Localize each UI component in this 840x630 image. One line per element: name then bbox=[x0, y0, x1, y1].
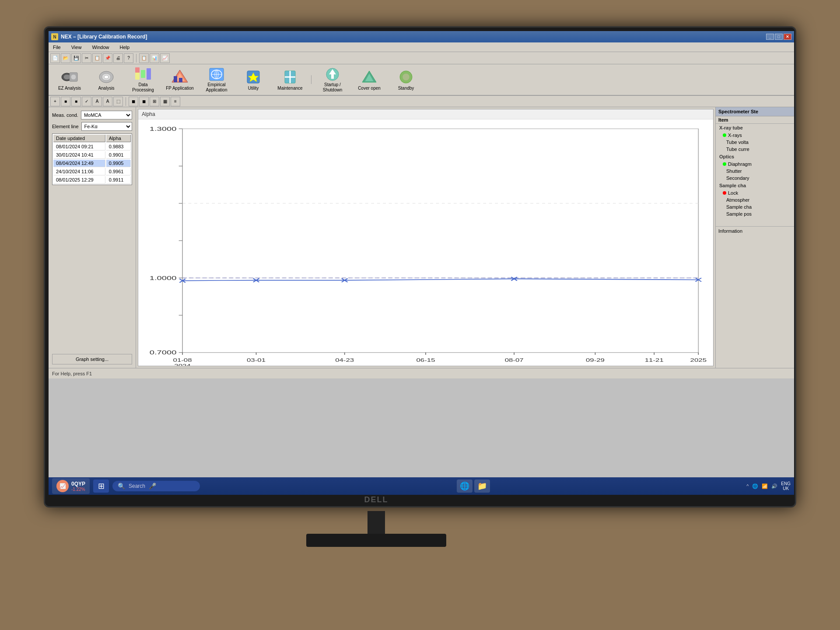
tray-caret[interactable]: ^ bbox=[746, 483, 749, 489]
row5-date: 08/01/2025 12:29 bbox=[53, 176, 105, 184]
close-button[interactable]: ✕ bbox=[784, 34, 791, 40]
toolbar-cut[interactable]: ✂ bbox=[82, 53, 91, 63]
toolbar-print[interactable]: 🖨 bbox=[113, 53, 123, 63]
tb2-btn8[interactable]: ◼ bbox=[139, 97, 149, 106]
row2-date: 30/01/2024 10:41 bbox=[53, 151, 105, 159]
utility-button[interactable]: Utility bbox=[236, 65, 271, 94]
diaphragm-status-dot bbox=[723, 162, 726, 166]
tb2-btn10[interactable]: ▦ bbox=[160, 97, 170, 106]
monitor-screen: N NEX – [Library Calibration Record] _ □… bbox=[49, 31, 794, 495]
tube-current-item[interactable]: Tube curre bbox=[716, 146, 794, 153]
svg-point-6 bbox=[104, 75, 108, 79]
tb2-btn4[interactable]: A bbox=[92, 97, 102, 106]
startup-shutdown-button[interactable]: Startup / Shutdown bbox=[315, 65, 350, 94]
table-row[interactable]: 08/04/2024 12:49 0.9905 bbox=[53, 160, 131, 167]
toolbar-copy[interactable]: 📋 bbox=[92, 53, 102, 63]
diaphragm-item[interactable]: Diaphragm bbox=[716, 161, 794, 168]
menu-view[interactable]: View bbox=[69, 44, 84, 51]
startup-shutdown-icon bbox=[324, 66, 341, 82]
element-line-label: Element line bbox=[52, 124, 79, 129]
row1-date: 08/01/2024 09:21 bbox=[53, 143, 105, 150]
stock-widget[interactable]: 📈 0QYP -1.22% bbox=[52, 478, 90, 494]
tb2-add[interactable]: + bbox=[50, 97, 60, 106]
cortana-icon: 🎤 bbox=[149, 483, 156, 490]
tb2-btn1[interactable]: ■ bbox=[61, 97, 70, 106]
toolbar-paste[interactable]: 📌 bbox=[103, 53, 112, 63]
col-alpha: Alpha bbox=[106, 135, 131, 142]
taskbar-apps: 🌐 📁 bbox=[203, 480, 743, 493]
xrays-item[interactable]: X-rays bbox=[716, 132, 794, 139]
toolbar-icon2[interactable]: 📊 bbox=[150, 53, 159, 63]
svg-rect-10 bbox=[135, 73, 140, 80]
table-row[interactable]: 24/10/2024 11:06 0.9961 bbox=[53, 168, 131, 175]
svg-rect-8 bbox=[141, 70, 145, 78]
graph-svg: 1.3000 1.0000 0.7000 01-08 2024 03-01 04… bbox=[138, 119, 713, 366]
tb2-btn9[interactable]: ⊞ bbox=[150, 97, 159, 106]
tray-network[interactable]: 🌐 bbox=[752, 483, 758, 489]
tray-wifi[interactable]: 📶 bbox=[762, 483, 768, 489]
shutter-item[interactable]: Shutter bbox=[716, 168, 794, 175]
data-processing-button[interactable]: Data Processing bbox=[126, 65, 161, 94]
tb2-btn11[interactable]: ≡ bbox=[171, 97, 180, 106]
tb2-btn6[interactable]: ⬚ bbox=[113, 97, 123, 106]
maintenance-button[interactable]: Maintenance bbox=[273, 65, 308, 94]
secondary-item[interactable]: Secondary bbox=[716, 175, 794, 182]
table-row[interactable]: 08/01/2025 12:29 0.9911 bbox=[53, 176, 131, 184]
toolbar-help[interactable]: ? bbox=[124, 53, 133, 63]
element-line-select[interactable]: Fe-Kα bbox=[81, 122, 132, 131]
graph-setting-button[interactable]: Graph setting... bbox=[52, 354, 132, 364]
sample-chamber-section: Sample cha bbox=[716, 182, 794, 189]
lang-label: ENG UK bbox=[781, 481, 791, 491]
stock-info: 0QYP -1.22% bbox=[71, 481, 85, 492]
ez-analysis-button[interactable]: EZ Analysis bbox=[52, 65, 87, 94]
maximize-button[interactable]: □ bbox=[775, 34, 783, 40]
svg-text:01-08: 01-08 bbox=[173, 357, 192, 363]
cover-open-icon bbox=[360, 68, 378, 86]
fp-application-button[interactable]: FP Application bbox=[162, 65, 197, 94]
taskbar-explorer[interactable]: 📁 bbox=[474, 480, 490, 493]
sample-changer-item[interactable]: Sample cha bbox=[716, 203, 794, 210]
toolbar-new[interactable]: 📄 bbox=[50, 53, 60, 63]
toolbar-open[interactable]: 📂 bbox=[61, 53, 70, 63]
toolbar-icon3[interactable]: 📈 bbox=[160, 53, 170, 63]
menu-help[interactable]: Help bbox=[117, 44, 133, 51]
empirical-application-button[interactable]: Empirical Application bbox=[199, 65, 234, 94]
cover-open-button[interactable]: Cover open bbox=[352, 65, 387, 94]
svg-text:09-29: 09-29 bbox=[586, 357, 605, 363]
analysis-button[interactable]: Analysis bbox=[89, 65, 124, 94]
svg-point-31 bbox=[402, 74, 410, 80]
atmosphere-item[interactable]: Atmospher bbox=[716, 196, 794, 203]
tb2-btn3[interactable]: ✓ bbox=[82, 97, 91, 106]
start-button[interactable]: ⊞ bbox=[93, 480, 109, 493]
menu-window[interactable]: Window bbox=[89, 44, 112, 51]
table-row[interactable]: 30/01/2024 10:41 0.9901 bbox=[53, 151, 131, 159]
row5-alpha: 0.9911 bbox=[106, 176, 131, 184]
svg-rect-9 bbox=[147, 68, 151, 80]
tb2-btn7[interactable]: ◼ bbox=[129, 97, 138, 106]
taskbar-time[interactable]: ENG UK bbox=[781, 481, 791, 491]
small-toolbar-2: + ■ ■ ✓ A A ⬚ ◼ ◼ ⊞ ▦ ≡ bbox=[49, 96, 794, 107]
stock-icon: 📈 bbox=[56, 480, 69, 492]
tb2-btn2[interactable]: ■ bbox=[71, 97, 81, 106]
svg-text:2025: 2025 bbox=[690, 357, 707, 363]
tray-volume[interactable]: 🔊 bbox=[771, 483, 777, 489]
analysis-label: Analysis bbox=[98, 86, 114, 91]
tube-voltage-item[interactable]: Tube volta bbox=[716, 139, 794, 146]
search-text: Search bbox=[129, 483, 145, 489]
standby-icon bbox=[397, 68, 415, 86]
table-row[interactable]: 08/01/2024 09:21 0.9883 bbox=[53, 143, 131, 150]
meas-cond-select[interactable]: MoMCA bbox=[81, 111, 132, 119]
tb2-btn5[interactable]: A bbox=[103, 97, 112, 106]
toolbar-save[interactable]: 💾 bbox=[71, 53, 81, 63]
menu-file[interactable]: File bbox=[50, 44, 63, 51]
taskbar-search[interactable]: 🔍 Search 🎤 bbox=[112, 481, 200, 491]
minimize-button[interactable]: _ bbox=[766, 34, 774, 40]
svg-point-3 bbox=[71, 74, 76, 80]
standby-button[interactable]: Standby bbox=[388, 65, 424, 94]
toolbar-icon1[interactable]: 📋 bbox=[139, 53, 149, 63]
taskbar-edge[interactable]: 🌐 bbox=[457, 480, 472, 493]
lock-item[interactable]: Lock bbox=[716, 189, 794, 196]
monitor-stand-neck bbox=[368, 511, 385, 537]
sample-position-item[interactable]: Sample pos bbox=[716, 210, 794, 217]
svg-text:2024: 2024 bbox=[174, 363, 191, 366]
